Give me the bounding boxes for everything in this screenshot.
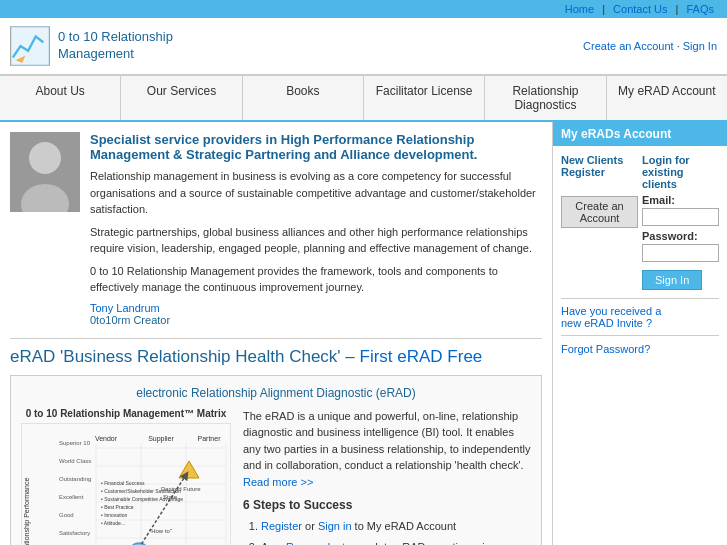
matrix-svg: Relationship Performance Superior 10 Wor…: [21, 423, 231, 546]
first-erad-link[interactable]: First eRAD Free: [360, 347, 483, 366]
logo-text: 0 to 10 Relationship Management: [58, 29, 173, 63]
profile-info: Tony Landrum 0to10rm Creator: [90, 302, 542, 326]
sidebar-body: New Clients Register Create an Account L…: [553, 146, 727, 364]
email-field[interactable]: [642, 208, 719, 226]
profile-image: [10, 132, 80, 212]
faqs-link[interactable]: FAQs: [686, 3, 714, 15]
divider: [561, 298, 719, 299]
sidebar-header: My eRADs Account: [553, 122, 727, 146]
read-more-link[interactable]: Read more >>: [243, 476, 313, 488]
nav-books[interactable]: Books: [243, 76, 364, 120]
main-content: Specialist service providers in High Per…: [0, 122, 552, 545]
svg-text:World Class: World Class: [59, 458, 91, 464]
respondent-link[interactable]: Respondent: [286, 541, 345, 546]
header-links: Create an Account · Sign In: [583, 40, 717, 52]
svg-text:• Innovation: • Innovation: [101, 512, 127, 518]
contact-link[interactable]: Contact Us: [613, 3, 667, 15]
svg-text:Vendor: Vendor: [95, 435, 118, 442]
top-bar: Home | Contact Us | FAQs: [0, 0, 727, 18]
svg-text:Satisfactory: Satisfactory: [59, 530, 90, 536]
register-link[interactable]: Register: [261, 520, 302, 532]
svg-text:Partner: Partner: [198, 435, 222, 442]
nav-services[interactable]: Our Services: [121, 76, 242, 120]
erad-headline: eRAD 'Business Relationship Health Check…: [10, 338, 542, 367]
profile-text: Specialist service providers in High Per…: [90, 132, 542, 326]
forgot-password-link[interactable]: Forgot Password?: [561, 343, 650, 355]
invite-link: Have you received a new eRAD Invite ?: [561, 305, 719, 329]
svg-text:• Financial Success: • Financial Success: [101, 480, 145, 486]
svg-text:Relationship Performance: Relationship Performance: [23, 477, 31, 545]
matrix-title: 0 to 10 Relationship Management™ Matrix: [21, 408, 231, 419]
password-field[interactable]: [642, 244, 719, 262]
svg-text:Outstanding: Outstanding: [59, 476, 91, 482]
login-col: Login for existing clients Email: Passwo…: [642, 154, 719, 290]
nav-about[interactable]: About Us: [0, 76, 121, 120]
svg-text:Good: Good: [59, 512, 74, 518]
svg-point-3: [29, 142, 61, 174]
signin-step-link[interactable]: Sign in: [318, 520, 352, 532]
new-clients-title: New Clients Register: [561, 154, 638, 178]
content: Specialist service providers in High Per…: [0, 122, 727, 545]
erad-inner: 0 to 10 Relationship Management™ Matrix …: [21, 408, 531, 546]
sign-in-link[interactable]: Sign In: [683, 40, 717, 52]
logo-icon: [10, 26, 50, 66]
svg-text:Desired Future: Desired Future: [161, 486, 201, 492]
sidebar: My eRADs Account New Clients Register Cr…: [552, 122, 727, 545]
nav-diagnostics[interactable]: Relationship Diagnostics: [485, 76, 606, 120]
erad-section-title: electronic Relationship Alignment Diagno…: [21, 386, 531, 400]
nav-facilitator[interactable]: Facilitator License: [364, 76, 485, 120]
svg-text:• Attitude...: • Attitude...: [101, 520, 125, 526]
password-label: Password:: [642, 230, 719, 242]
nav-myerad[interactable]: My eRAD Account: [607, 76, 727, 120]
matrix-diagram: 0 to 10 Relationship Management™ Matrix …: [21, 408, 231, 546]
login-title: Login for existing clients: [642, 154, 719, 190]
header: 0 to 10 Relationship Management Create a…: [0, 18, 727, 75]
svg-text:State: State: [163, 494, 178, 500]
profile-section: Specialist service providers in High Per…: [10, 132, 542, 326]
new-clients-col: New Clients Register Create an Account: [561, 154, 638, 290]
svg-text:Supplier: Supplier: [148, 435, 174, 443]
logo-area: 0 to 10 Relationship Management: [10, 26, 173, 66]
home-link[interactable]: Home: [565, 3, 594, 15]
svg-text:• Best Practice: • Best Practice: [101, 504, 134, 510]
create-account-button[interactable]: Create an Account: [561, 196, 638, 228]
email-label: Email:: [642, 194, 719, 206]
forgot-password: Forgot Password?: [561, 342, 719, 356]
steps-list: Register or Sign in to My eRAD Account A…: [243, 518, 531, 545]
invite-link-anchor[interactable]: Have you received a new eRAD Invite ?: [561, 305, 661, 329]
step-1: Register or Sign in to My eRAD Account: [261, 518, 531, 535]
svg-text:"How to": "How to": [149, 528, 172, 534]
create-account-link[interactable]: Create an Account: [583, 40, 674, 52]
svg-text:Superior 10: Superior 10: [59, 440, 91, 446]
main-nav: About Us Our Services Books Facilitator …: [0, 75, 727, 122]
sidebar-cols: New Clients Register Create an Account L…: [561, 154, 719, 290]
erad-description: The eRAD is a unique and powerful, on-li…: [243, 408, 531, 491]
step-2: As a Respondent complete eRAD questionna…: [261, 539, 531, 546]
signin-button[interactable]: Sign In: [642, 270, 702, 290]
divider2: [561, 335, 719, 336]
svg-text:Excellent: Excellent: [59, 494, 84, 500]
tony-landrum-link[interactable]: Tony Landrum: [90, 302, 160, 314]
erad-section: electronic Relationship Alignment Diagno…: [10, 375, 542, 546]
erad-right-content: The eRAD is a unique and powerful, on-li…: [243, 408, 531, 546]
